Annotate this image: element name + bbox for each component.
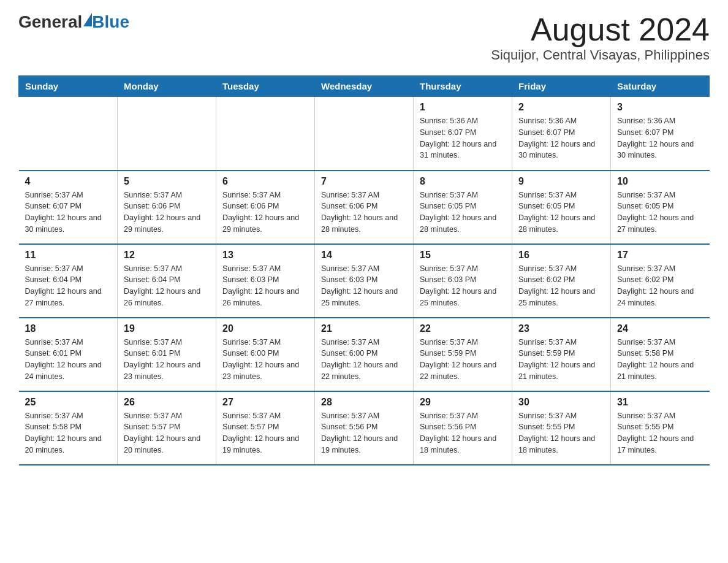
calendar-cell: 18Sunrise: 5:37 AM Sunset: 6:01 PM Dayli… bbox=[19, 318, 118, 391]
calendar-cell: 10Sunrise: 5:37 AM Sunset: 6:05 PM Dayli… bbox=[611, 170, 710, 244]
day-number: 28 bbox=[321, 397, 407, 408]
day-info: Sunrise: 5:37 AM Sunset: 6:02 PM Dayligh… bbox=[617, 264, 694, 307]
calendar-row: 1Sunrise: 5:36 AM Sunset: 6:07 PM Daylig… bbox=[19, 97, 710, 170]
day-number: 19 bbox=[124, 323, 210, 334]
day-number: 25 bbox=[25, 397, 112, 408]
calendar-cell: 22Sunrise: 5:37 AM Sunset: 5:59 PM Dayli… bbox=[414, 318, 512, 391]
day-info: Sunrise: 5:37 AM Sunset: 5:57 PM Dayligh… bbox=[124, 412, 200, 454]
calendar-cell bbox=[315, 97, 414, 170]
day-number: 2 bbox=[518, 102, 604, 113]
day-info: Sunrise: 5:37 AM Sunset: 6:01 PM Dayligh… bbox=[124, 338, 200, 381]
day-info: Sunrise: 5:37 AM Sunset: 6:02 PM Dayligh… bbox=[518, 264, 595, 307]
subtitle: Siquijor, Central Visayas, Philippines bbox=[491, 47, 710, 63]
calendar-body: 1Sunrise: 5:36 AM Sunset: 6:07 PM Daylig… bbox=[19, 97, 710, 465]
calendar-cell: 7Sunrise: 5:37 AM Sunset: 6:06 PM Daylig… bbox=[315, 170, 414, 244]
calendar-cell: 9Sunrise: 5:37 AM Sunset: 6:05 PM Daylig… bbox=[512, 170, 611, 244]
calendar-cell: 27Sunrise: 5:37 AM Sunset: 5:57 PM Dayli… bbox=[216, 391, 315, 465]
calendar-cell: 26Sunrise: 5:37 AM Sunset: 5:57 PM Dayli… bbox=[118, 391, 216, 465]
logo-blue-text: Blue bbox=[92, 12, 129, 31]
title-section: August 2024 Siquijor, Central Visayas, P… bbox=[491, 12, 710, 63]
day-number: 30 bbox=[518, 397, 604, 408]
day-number: 14 bbox=[321, 250, 407, 261]
day-info: Sunrise: 5:37 AM Sunset: 6:00 PM Dayligh… bbox=[321, 338, 398, 381]
calendar-cell: 13Sunrise: 5:37 AM Sunset: 6:03 PM Dayli… bbox=[216, 244, 315, 318]
calendar-row: 25Sunrise: 5:37 AM Sunset: 5:58 PM Dayli… bbox=[19, 391, 710, 465]
day-info: Sunrise: 5:37 AM Sunset: 6:05 PM Dayligh… bbox=[617, 191, 694, 234]
day-info: Sunrise: 5:37 AM Sunset: 5:56 PM Dayligh… bbox=[420, 412, 496, 454]
calendar-cell: 16Sunrise: 5:37 AM Sunset: 6:02 PM Dayli… bbox=[512, 244, 611, 318]
day-number: 27 bbox=[222, 397, 308, 408]
day-number: 31 bbox=[617, 397, 703, 408]
day-info: Sunrise: 5:37 AM Sunset: 6:04 PM Dayligh… bbox=[25, 264, 102, 307]
page-header: GeneralBlue August 2024 Siquijor, Centra… bbox=[18, 12, 710, 63]
logo-triangle-icon bbox=[83, 13, 92, 26]
day-info: Sunrise: 5:37 AM Sunset: 5:59 PM Dayligh… bbox=[420, 338, 496, 381]
day-info: Sunrise: 5:37 AM Sunset: 5:55 PM Dayligh… bbox=[617, 412, 694, 454]
day-number: 17 bbox=[617, 250, 703, 261]
day-number: 4 bbox=[25, 176, 112, 187]
calendar-cell: 20Sunrise: 5:37 AM Sunset: 6:00 PM Dayli… bbox=[216, 318, 315, 391]
day-info: Sunrise: 5:37 AM Sunset: 6:03 PM Dayligh… bbox=[420, 264, 496, 307]
day-number: 18 bbox=[25, 323, 112, 334]
calendar-cell: 28Sunrise: 5:37 AM Sunset: 5:56 PM Dayli… bbox=[315, 391, 414, 465]
main-title: August 2024 bbox=[491, 12, 710, 47]
calendar-cell: 31Sunrise: 5:37 AM Sunset: 5:55 PM Dayli… bbox=[611, 391, 710, 465]
calendar-cell bbox=[216, 97, 315, 170]
calendar-cell: 2Sunrise: 5:36 AM Sunset: 6:07 PM Daylig… bbox=[512, 97, 611, 170]
day-info: Sunrise: 5:37 AM Sunset: 5:58 PM Dayligh… bbox=[25, 412, 102, 454]
day-number: 6 bbox=[222, 176, 308, 187]
day-info: Sunrise: 5:37 AM Sunset: 6:05 PM Dayligh… bbox=[420, 191, 496, 234]
day-info: Sunrise: 5:37 AM Sunset: 5:56 PM Dayligh… bbox=[321, 412, 398, 454]
day-number: 24 bbox=[617, 323, 703, 334]
day-number: 7 bbox=[321, 176, 407, 187]
day-number: 29 bbox=[420, 397, 506, 408]
calendar-cell: 6Sunrise: 5:37 AM Sunset: 6:06 PM Daylig… bbox=[216, 170, 315, 244]
calendar-cell: 3Sunrise: 5:36 AM Sunset: 6:07 PM Daylig… bbox=[611, 97, 710, 170]
day-info: Sunrise: 5:37 AM Sunset: 5:59 PM Dayligh… bbox=[518, 338, 595, 381]
day-info: Sunrise: 5:37 AM Sunset: 6:06 PM Dayligh… bbox=[124, 191, 200, 234]
day-info: Sunrise: 5:37 AM Sunset: 6:01 PM Dayligh… bbox=[25, 338, 102, 381]
day-number: 5 bbox=[124, 176, 210, 187]
day-info: Sunrise: 5:37 AM Sunset: 5:57 PM Dayligh… bbox=[222, 412, 299, 454]
day-info: Sunrise: 5:37 AM Sunset: 6:06 PM Dayligh… bbox=[321, 191, 398, 234]
calendar-cell: 8Sunrise: 5:37 AM Sunset: 6:05 PM Daylig… bbox=[414, 170, 512, 244]
day-number: 20 bbox=[222, 323, 308, 334]
day-number: 23 bbox=[518, 323, 604, 334]
day-number: 10 bbox=[617, 176, 703, 187]
calendar-cell: 17Sunrise: 5:37 AM Sunset: 6:02 PM Dayli… bbox=[611, 244, 710, 318]
calendar-table: SundayMondayTuesdayWednesdayThursdayFrid… bbox=[18, 75, 710, 465]
calendar-cell: 23Sunrise: 5:37 AM Sunset: 5:59 PM Dayli… bbox=[512, 318, 611, 391]
day-info: Sunrise: 5:37 AM Sunset: 5:55 PM Dayligh… bbox=[518, 412, 595, 454]
day-info: Sunrise: 5:37 AM Sunset: 5:58 PM Dayligh… bbox=[617, 338, 694, 381]
calendar-cell: 5Sunrise: 5:37 AM Sunset: 6:06 PM Daylig… bbox=[118, 170, 216, 244]
calendar-row: 11Sunrise: 5:37 AM Sunset: 6:04 PM Dayli… bbox=[19, 244, 710, 318]
day-info: Sunrise: 5:36 AM Sunset: 6:07 PM Dayligh… bbox=[617, 117, 694, 159]
calendar-row: 4Sunrise: 5:37 AM Sunset: 6:07 PM Daylig… bbox=[19, 170, 710, 244]
day-info: Sunrise: 5:36 AM Sunset: 6:07 PM Dayligh… bbox=[420, 117, 496, 159]
day-info: Sunrise: 5:37 AM Sunset: 6:07 PM Dayligh… bbox=[25, 191, 102, 234]
calendar-header: SundayMondayTuesdayWednesdayThursdayFrid… bbox=[19, 76, 710, 97]
calendar-cell: 24Sunrise: 5:37 AM Sunset: 5:58 PM Dayli… bbox=[611, 318, 710, 391]
day-info: Sunrise: 5:36 AM Sunset: 6:07 PM Dayligh… bbox=[518, 117, 595, 159]
calendar-cell: 21Sunrise: 5:37 AM Sunset: 6:00 PM Dayli… bbox=[315, 318, 414, 391]
header-cell-monday: Monday bbox=[118, 76, 216, 97]
day-number: 21 bbox=[321, 323, 407, 334]
logo: GeneralBlue bbox=[18, 12, 129, 32]
day-info: Sunrise: 5:37 AM Sunset: 6:03 PM Dayligh… bbox=[222, 264, 299, 307]
calendar-cell: 11Sunrise: 5:37 AM Sunset: 6:04 PM Dayli… bbox=[19, 244, 118, 318]
day-info: Sunrise: 5:37 AM Sunset: 6:04 PM Dayligh… bbox=[124, 264, 200, 307]
calendar-cell bbox=[118, 97, 216, 170]
logo-general-text: General bbox=[18, 12, 82, 32]
calendar-cell bbox=[19, 97, 118, 170]
day-number: 22 bbox=[420, 323, 506, 334]
calendar-row: 18Sunrise: 5:37 AM Sunset: 6:01 PM Dayli… bbox=[19, 318, 710, 391]
calendar-cell: 30Sunrise: 5:37 AM Sunset: 5:55 PM Dayli… bbox=[512, 391, 611, 465]
day-info: Sunrise: 5:37 AM Sunset: 6:05 PM Dayligh… bbox=[518, 191, 595, 234]
day-info: Sunrise: 5:37 AM Sunset: 6:06 PM Dayligh… bbox=[222, 191, 299, 234]
day-number: 3 bbox=[617, 102, 703, 113]
calendar-cell: 1Sunrise: 5:36 AM Sunset: 6:07 PM Daylig… bbox=[414, 97, 512, 170]
day-number: 9 bbox=[518, 176, 604, 187]
calendar-cell: 12Sunrise: 5:37 AM Sunset: 6:04 PM Dayli… bbox=[118, 244, 216, 318]
day-number: 26 bbox=[124, 397, 210, 408]
header-row: SundayMondayTuesdayWednesdayThursdayFrid… bbox=[19, 76, 710, 97]
